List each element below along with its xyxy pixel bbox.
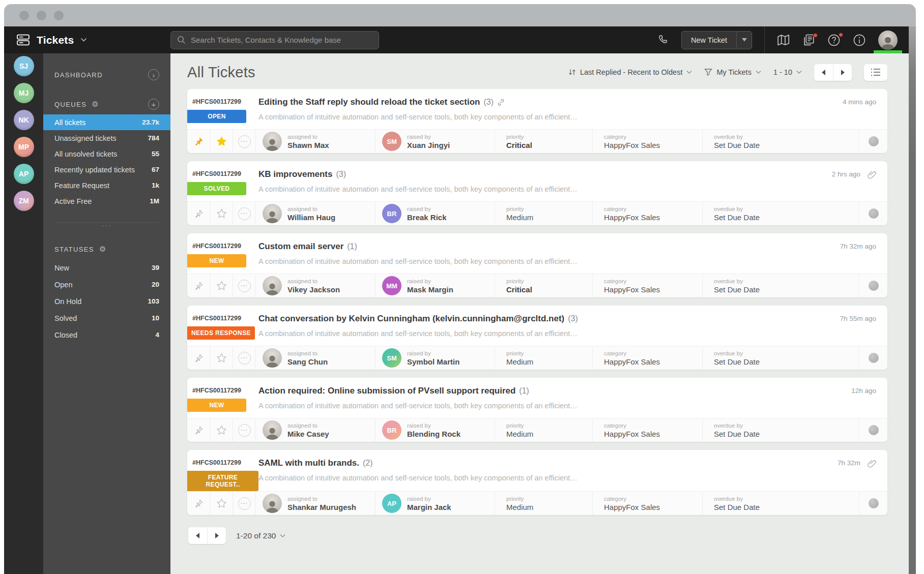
overdue-cell[interactable]: overdue by Set Due Date bbox=[703, 346, 859, 370]
overdue-cell[interactable]: overdue by Set Due Date bbox=[703, 492, 859, 515]
list-view-toggle-button[interactable] bbox=[864, 64, 887, 81]
ticket-title[interactable]: Custom email server bbox=[258, 241, 343, 252]
raiser-cell[interactable]: BR raised by Break Rick bbox=[376, 202, 495, 225]
pin-ticket-button[interactable] bbox=[187, 492, 210, 515]
page-range-control[interactable]: 1 - 10 bbox=[773, 68, 802, 76]
category-cell[interactable]: category HappyFox Sales bbox=[593, 492, 703, 515]
user-avatar-ap[interactable]: AP bbox=[14, 164, 34, 184]
assignee-cell[interactable]: assigned to William Haug bbox=[256, 202, 376, 225]
user-avatar[interactable] bbox=[878, 31, 898, 50]
map-icon[interactable] bbox=[777, 34, 790, 46]
pin-ticket-button[interactable] bbox=[187, 418, 210, 442]
phone-icon[interactable] bbox=[657, 34, 669, 46]
info-icon[interactable] bbox=[853, 34, 866, 47]
link-icon[interactable] bbox=[497, 99, 505, 106]
next-page-button[interactable] bbox=[207, 527, 226, 544]
ticket-indicator-cell[interactable] bbox=[859, 130, 887, 153]
overdue-cell[interactable]: overdue by Set Due Date bbox=[703, 130, 859, 153]
add-queue-icon[interactable]: + bbox=[148, 99, 159, 110]
more-actions-button[interactable]: ··· bbox=[233, 346, 256, 370]
sidebar-status-new[interactable]: New39 bbox=[43, 259, 170, 276]
next-page-button[interactable] bbox=[833, 64, 852, 81]
assignee-cell[interactable]: assigned to Sang Chun bbox=[256, 346, 376, 370]
module-switcher[interactable]: Tickets bbox=[4, 34, 170, 46]
assignee-cell[interactable]: assigned to Shawn Max bbox=[256, 130, 376, 153]
new-ticket-dropdown-caret[interactable] bbox=[736, 32, 752, 49]
raiser-cell[interactable]: AP raised by Margin Jack bbox=[376, 492, 495, 515]
assignee-cell[interactable]: assigned to Shankar Murugesh bbox=[256, 492, 376, 515]
ticket-indicator-cell[interactable] bbox=[859, 274, 887, 297]
user-avatar-nk[interactable]: NK bbox=[14, 110, 34, 130]
priority-cell[interactable]: priority Medium bbox=[495, 346, 593, 370]
category-cell[interactable]: category HappyFox Sales bbox=[593, 130, 703, 153]
sidebar-queue-active-free[interactable]: Active Free1M bbox=[43, 193, 170, 209]
more-actions-button[interactable]: ··· bbox=[233, 202, 256, 225]
filter-control[interactable]: My Tickets bbox=[704, 68, 761, 76]
sidebar-queue-unassigned-tickets[interactable]: Unassigned tickets784 bbox=[43, 130, 170, 146]
sidebar-queue-feature-request[interactable]: Feature Request1k bbox=[43, 177, 170, 193]
more-actions-button[interactable]: ··· bbox=[233, 274, 256, 297]
assignee-cell[interactable]: assigned to Vikey Jackson bbox=[256, 274, 376, 297]
star-ticket-button[interactable] bbox=[210, 346, 233, 370]
news-feed-icon[interactable] bbox=[802, 34, 815, 46]
ticket-indicator-cell[interactable] bbox=[859, 492, 887, 515]
raiser-cell[interactable]: MM raised by Mask Margin bbox=[376, 274, 495, 297]
sidebar-status-closed[interactable]: Closed4 bbox=[43, 326, 170, 343]
sidebar-item-dashboard[interactable]: DASHBOARD › bbox=[43, 65, 170, 85]
ticket-title[interactable]: KB improvements bbox=[258, 169, 332, 179]
user-avatar-zm[interactable]: ZM bbox=[14, 191, 34, 211]
priority-cell[interactable]: priority Critical bbox=[495, 274, 593, 297]
raiser-cell[interactable]: SM raised by Xuan Jingyi bbox=[376, 130, 495, 153]
sidebar-status-open[interactable]: Open20 bbox=[43, 276, 170, 293]
priority-cell[interactable]: priority Medium bbox=[495, 202, 593, 225]
overdue-cell[interactable]: overdue by Set Due Date bbox=[703, 418, 859, 442]
window-minimize-button[interactable] bbox=[37, 11, 46, 20]
sidebar-status-on-hold[interactable]: On Hold103 bbox=[43, 293, 170, 310]
category-cell[interactable]: category HappyFox Sales bbox=[593, 202, 703, 225]
overdue-cell[interactable]: overdue by Set Due Date bbox=[703, 274, 859, 297]
sort-control[interactable]: Last Replied - Recent to Oldest bbox=[568, 68, 692, 76]
more-actions-button[interactable]: ··· bbox=[233, 418, 256, 442]
sidebar-divider[interactable]: ··· bbox=[54, 222, 159, 228]
ticket-title[interactable]: Chat conversation by Kelvin Cunningham (… bbox=[258, 314, 564, 324]
priority-cell[interactable]: priority Critical bbox=[495, 130, 593, 153]
star-ticket-button[interactable] bbox=[210, 274, 233, 297]
overdue-cell[interactable]: overdue by Set Due Date bbox=[703, 202, 859, 225]
help-icon[interactable] bbox=[827, 34, 841, 47]
window-zoom-button[interactable] bbox=[54, 11, 64, 20]
window-close-button[interactable] bbox=[19, 11, 29, 20]
ticket-title[interactable]: SAML with multi brands. bbox=[258, 458, 359, 468]
ticket-title[interactable]: Editing the Staff reply should reload th… bbox=[258, 97, 480, 107]
raiser-cell[interactable]: SM raised by Symbol Martin bbox=[376, 346, 495, 370]
more-actions-button[interactable]: ··· bbox=[233, 130, 256, 153]
assignee-cell[interactable]: assigned to Mike Casey bbox=[256, 418, 376, 442]
priority-cell[interactable]: priority Medium bbox=[495, 418, 593, 442]
ticket-indicator-cell[interactable] bbox=[859, 418, 887, 442]
search-input[interactable] bbox=[191, 36, 372, 44]
sidebar-queue-all-unsolved-tickets[interactable]: All unsolved tickets55 bbox=[43, 146, 170, 162]
ticket-indicator-cell[interactable] bbox=[859, 202, 887, 225]
global-search[interactable] bbox=[170, 31, 379, 49]
user-avatar-mj[interactable]: MJ bbox=[14, 83, 34, 103]
pin-ticket-button[interactable] bbox=[187, 130, 210, 153]
sidebar-queue-all-tickets[interactable]: All tickets23.7k bbox=[43, 114, 170, 130]
queues-gear-icon[interactable]: ⚙ bbox=[92, 100, 98, 109]
new-ticket-button[interactable]: New Ticket bbox=[682, 32, 736, 49]
pin-ticket-button[interactable] bbox=[187, 346, 210, 370]
category-cell[interactable]: category HappyFox Sales bbox=[593, 274, 703, 297]
chevron-right-circle-icon[interactable]: › bbox=[148, 69, 159, 80]
sidebar-status-solved[interactable]: Solved10 bbox=[43, 310, 170, 326]
star-ticket-button[interactable] bbox=[210, 202, 233, 225]
category-cell[interactable]: category HappyFox Sales bbox=[593, 418, 703, 442]
user-avatar-mp[interactable]: MP bbox=[14, 137, 34, 157]
star-ticket-button[interactable] bbox=[210, 418, 233, 442]
priority-cell[interactable]: priority Medium bbox=[495, 492, 593, 515]
statuses-gear-icon[interactable]: ⚙ bbox=[99, 245, 106, 254]
ticket-title[interactable]: Action required: Online submission of PV… bbox=[258, 386, 515, 396]
previous-page-button[interactable] bbox=[188, 527, 207, 544]
ticket-indicator-cell[interactable] bbox=[859, 346, 887, 370]
user-avatar-sj[interactable]: SJ bbox=[14, 56, 34, 76]
pin-ticket-button[interactable] bbox=[187, 274, 210, 297]
results-range-control[interactable]: 1-20 of 230 bbox=[236, 531, 285, 540]
category-cell[interactable]: category HappyFox Sales bbox=[593, 346, 703, 370]
